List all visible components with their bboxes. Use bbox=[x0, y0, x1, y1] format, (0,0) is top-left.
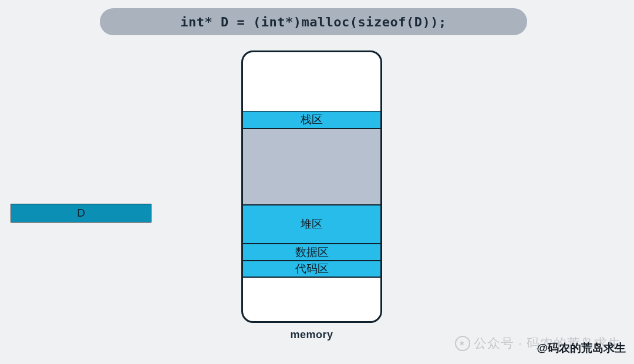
memory-layout: 栈区 堆区 数据区 代码区 bbox=[241, 50, 382, 323]
watermark-dark: @码农的荒岛求生 bbox=[537, 341, 626, 356]
wechat-icon: ✶ bbox=[455, 336, 470, 351]
memory-caption: memory bbox=[241, 329, 382, 341]
code-snippet: int* D = (int*)malloc(sizeof(D)); bbox=[100, 8, 527, 35]
region-data: 数据区 bbox=[243, 244, 380, 261]
region-stack: 栈区 bbox=[243, 111, 380, 129]
pointer-d-block: D bbox=[11, 204, 151, 223]
region-free bbox=[243, 129, 380, 205]
region-code: 代码区 bbox=[243, 261, 380, 278]
region-heap: 堆区 bbox=[243, 205, 380, 244]
